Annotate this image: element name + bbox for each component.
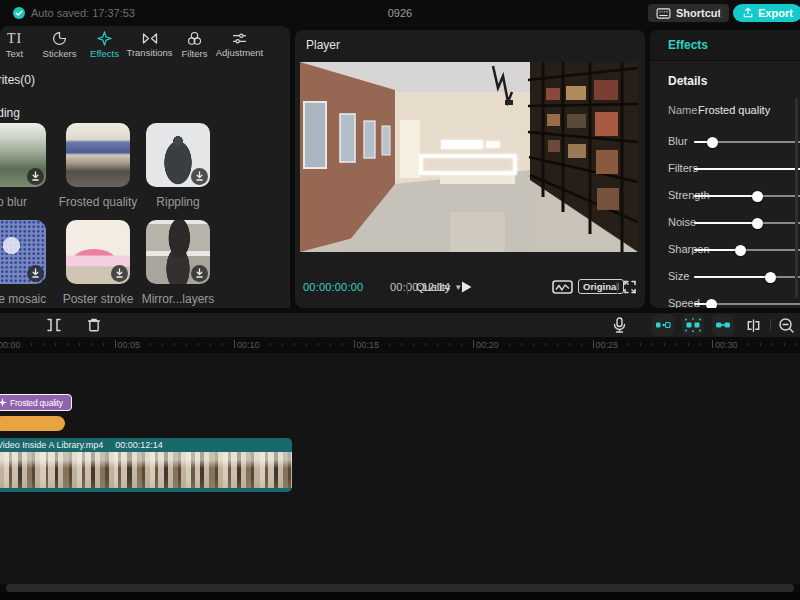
slider-track-filters[interactable]	[694, 168, 800, 170]
ruler-minor-tick	[389, 343, 390, 346]
waveform-preview-icon[interactable]	[552, 280, 573, 294]
ruler-minor-tick	[533, 343, 534, 346]
tab-stickers[interactable]: Stickers	[37, 26, 82, 64]
video-clip[interactable]: Video Inside A Library.mp4 00:00:12:14	[0, 438, 292, 492]
ruler-tick	[593, 340, 594, 348]
slider-thumb-sharpen[interactable]	[735, 245, 746, 256]
ruler-minor-tick	[640, 343, 641, 346]
controls-divider	[407, 282, 408, 294]
ruler-minor-tick	[330, 343, 331, 346]
slider-row-filters: Filters	[650, 161, 800, 177]
audio-clip[interactable]	[0, 416, 65, 431]
tab-text[interactable]: TIText	[0, 26, 37, 64]
ruler-minor-tick	[724, 343, 725, 346]
ruler-minor-tick	[126, 343, 127, 346]
ruler-minor-tick	[67, 343, 68, 346]
effect-clip-frosted-quality[interactable]: Frosted quality	[0, 394, 72, 411]
ruler-minor-tick	[676, 343, 677, 346]
export-button[interactable]: Export	[733, 4, 800, 22]
inspector-tab-effects[interactable]: Effects	[668, 38, 708, 52]
tab-effects[interactable]: Effects	[82, 26, 127, 64]
slider-track-strength[interactable]	[694, 195, 800, 197]
effect-card-mirror-layers[interactable]	[146, 220, 210, 284]
auto-snapping-toggle[interactable]	[682, 314, 704, 336]
mirror-split-icon[interactable]	[745, 317, 762, 334]
ruler-minor-tick	[174, 343, 175, 346]
main-track-magnet-toggle[interactable]	[652, 314, 674, 336]
ruler-minor-tick	[79, 343, 80, 346]
ruler-minor-tick	[652, 343, 653, 346]
video-preview[interactable]	[300, 62, 638, 252]
ruler-minor-tick	[55, 343, 56, 346]
timeline-horizontal-scrollbar[interactable]	[6, 584, 794, 592]
ruler-minor-tick	[796, 343, 797, 346]
slider-row-sharpen: Sharpen	[650, 242, 800, 258]
ruler-label: 00:25	[596, 340, 619, 350]
slider-row-speed: Speed	[650, 296, 800, 308]
download-icon[interactable]	[111, 265, 128, 282]
play-button[interactable]	[460, 280, 473, 294]
export-icon	[742, 7, 754, 19]
ruler-minor-tick	[545, 343, 546, 346]
ruler-minor-tick	[222, 343, 223, 346]
effect-card-rippling[interactable]	[146, 123, 210, 187]
slider-thumb-speed[interactable]	[706, 299, 717, 309]
video-clip-title: Video Inside A Library.mp4	[0, 440, 103, 450]
download-icon[interactable]	[27, 168, 44, 185]
ruler-minor-tick	[569, 343, 570, 346]
slider-track-noise[interactable]	[694, 222, 800, 224]
link-clips-toggle[interactable]	[712, 314, 734, 336]
slider-row-strength: Strength	[650, 188, 800, 204]
ruler-minor-tick	[700, 343, 701, 346]
tab-filters[interactable]: Filters	[172, 26, 217, 64]
ruler-minor-tick	[282, 343, 283, 346]
split-clip-icon[interactable]	[46, 317, 62, 333]
record-voiceover-icon[interactable]	[612, 317, 627, 334]
effect-card-frosted-quality[interactable]	[66, 123, 130, 187]
slider-track-size[interactable]	[694, 276, 800, 278]
delete-icon[interactable]	[86, 317, 102, 333]
media-library-panel: TITextStickersEffectsTransitionsFiltersA…	[0, 26, 290, 308]
tab-adjustment[interactable]: Adjustment	[217, 26, 262, 64]
shortcut-button[interactable]: Shortcut	[648, 4, 729, 22]
slider-track-sharpen[interactable]	[694, 249, 800, 251]
timeline-ruler[interactable]: 00:0000:0500:1000:1500:2000:2500:30	[0, 339, 800, 353]
filters-icon	[187, 31, 202, 46]
download-icon[interactable]	[27, 265, 44, 282]
effect-card-poster-stroke[interactable]	[66, 220, 130, 284]
slider-thumb-strength[interactable]	[752, 191, 763, 202]
slider-thumb-noise[interactable]	[752, 218, 763, 229]
tab-label: Text	[6, 48, 23, 59]
ruler-minor-tick	[497, 343, 498, 346]
ruler-label: 00:10	[237, 340, 260, 350]
controls-divider-2	[617, 282, 618, 294]
slider-fill	[694, 168, 800, 170]
download-icon[interactable]	[191, 265, 208, 282]
topbar-divider	[720, 7, 721, 19]
ruler-minor-tick	[162, 343, 163, 346]
keyboard-icon	[656, 8, 671, 19]
inspector-scrollbar[interactable]	[795, 98, 798, 298]
ruler-label: 00:05	[118, 340, 141, 350]
zoom-out-icon[interactable]	[778, 317, 795, 334]
ruler-minor-tick	[138, 343, 139, 346]
ruler-minor-tick	[198, 343, 199, 346]
fullscreen-icon[interactable]	[623, 280, 637, 294]
details-heading: Details	[668, 74, 707, 88]
effect-card-tile-mosaic[interactable]	[0, 220, 46, 284]
ruler-minor-tick	[521, 343, 522, 346]
download-icon[interactable]	[191, 168, 208, 185]
tab-transitions[interactable]: Transitions	[127, 26, 172, 64]
effect-card-label: Mirror...layers	[128, 292, 228, 306]
quality-dropdown[interactable]: Quality ▼	[416, 281, 462, 293]
slider-thumb-blur[interactable]	[707, 137, 718, 148]
slider-track-blur[interactable]	[694, 141, 800, 143]
transitions-icon	[142, 32, 158, 45]
player-panel: Player	[295, 30, 645, 308]
ruler-minor-tick	[246, 343, 247, 346]
ruler-tick	[115, 340, 116, 348]
slider-track-speed[interactable]	[694, 303, 800, 305]
slider-label: Blur	[668, 135, 688, 147]
slider-thumb-size[interactable]	[765, 272, 776, 283]
effect-card-auto-blur[interactable]	[0, 123, 46, 187]
